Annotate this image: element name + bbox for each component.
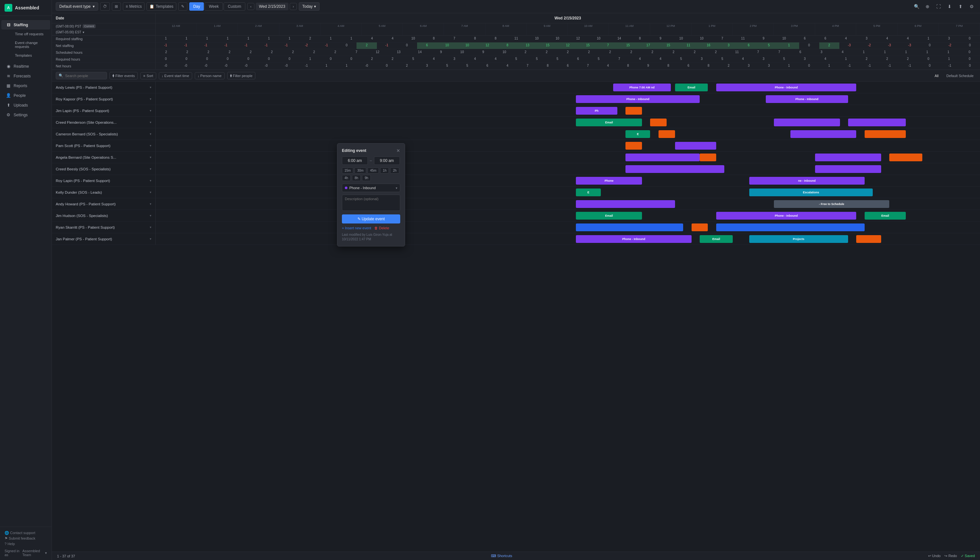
event-block[interactable]: Phone - Inbound: [716, 212, 856, 220]
duration-chip[interactable]: 4h: [342, 175, 351, 181]
event-block[interactable]: [848, 118, 906, 126]
sidebar-item-people[interactable]: 👤 People: [1, 91, 50, 100]
metrics-btn[interactable]: ≡ Metrics: [123, 2, 145, 11]
update-event-btn[interactable]: ✎ Update event: [342, 214, 400, 223]
sidebar-item-settings[interactable]: ⚙ Settings: [1, 110, 50, 120]
shortcuts-btn[interactable]: ⌨ Shortcuts: [491, 554, 513, 558]
sidebar-item-event-change[interactable]: Event change requests: [10, 38, 50, 51]
duration-chip[interactable]: 15m: [342, 167, 353, 173]
submit-feedback-link[interactable]: ⚑ Submit feedback: [5, 536, 47, 541]
sidebar-item-uploads[interactable]: ⬆ Uploads: [1, 100, 50, 110]
event-block[interactable]: ne - Inbound: [749, 177, 865, 185]
settings-icon-btn[interactable]: ⚙: [967, 2, 976, 11]
event-block[interactable]: E: [626, 130, 650, 138]
chevron-icon[interactable]: ▾: [150, 214, 151, 217]
event-type-dropdown[interactable]: Phone - Inbound ▾: [342, 183, 400, 192]
expand-icon-btn[interactable]: ⛶: [934, 2, 943, 11]
chevron-icon[interactable]: ▾: [150, 155, 151, 159]
sidebar-item-templates[interactable]: Templates: [10, 51, 50, 60]
undo-btn[interactable]: ↩ Undo: [928, 554, 940, 558]
event-block[interactable]: [626, 165, 724, 173]
event-block[interactable]: Projects: [749, 235, 848, 243]
event-block[interactable]: Email: [865, 212, 906, 220]
event-block[interactable]: Email: [576, 212, 642, 220]
end-time-input[interactable]: [374, 157, 400, 165]
tz-est-row[interactable]: (GMT-05:00) EST ▾: [52, 30, 155, 35]
chevron-icon[interactable]: ▾: [150, 202, 151, 206]
help-link[interactable]: ? Help: [5, 541, 47, 547]
event-block[interactable]: [658, 130, 675, 138]
event-block[interactable]: E: [576, 188, 601, 196]
event-block[interactable]: Phone - Inbound: [716, 83, 856, 91]
event-block[interactable]: Phone - Inbound: [576, 95, 700, 103]
next-date-btn[interactable]: ›: [290, 3, 297, 10]
event-block[interactable]: Email: [576, 118, 642, 126]
event-block[interactable]: [889, 153, 922, 161]
chevron-icon[interactable]: ▾: [150, 144, 151, 147]
contact-support-link[interactable]: 🌐 Contact support: [5, 530, 47, 536]
sidebar-item-time-off[interactable]: Time off requests: [10, 30, 50, 38]
sidebar-item-reports[interactable]: ▦ Reports: [1, 81, 50, 90]
duration-chip[interactable]: 45m: [367, 167, 379, 173]
search-input[interactable]: [65, 74, 104, 78]
event-start-btn[interactable]: ↓ Event start time: [159, 72, 192, 79]
chevron-icon[interactable]: ▾: [150, 190, 151, 194]
chevron-icon[interactable]: ▾: [150, 109, 151, 112]
filter-people-btn[interactable]: ⧫ Filter people: [227, 72, 256, 79]
event-block[interactable]: Phone 7:00 AM nd: [613, 83, 671, 91]
description-input[interactable]: [342, 195, 400, 211]
event-block[interactable]: [650, 118, 667, 126]
download-icon-btn[interactable]: ⬇: [945, 2, 954, 11]
person-name-btn[interactable]: ↓ Person name: [195, 72, 225, 79]
event-block[interactable]: [691, 223, 708, 231]
event-block[interactable]: [774, 118, 840, 126]
event-block[interactable]: [700, 153, 716, 161]
event-block[interactable]: [576, 223, 683, 231]
event-block[interactable]: Phone: [576, 177, 642, 185]
templates-btn[interactable]: 📋 Templates: [147, 2, 176, 11]
event-block[interactable]: - Free to Schedule: [774, 200, 889, 208]
chevron-icon[interactable]: ▾: [150, 85, 151, 89]
event-type-selector[interactable]: Default event type ▾: [56, 2, 98, 11]
insert-event-btn[interactable]: + Insert new event: [342, 226, 371, 230]
tab-all[interactable]: All: [932, 73, 941, 79]
zoom-icon-btn[interactable]: ⊕: [923, 2, 932, 11]
week-btn[interactable]: Week: [204, 2, 223, 11]
share-icon-btn[interactable]: ⬆: [956, 2, 965, 11]
popup-close-btn[interactable]: ✕: [396, 148, 400, 153]
today-btn[interactable]: Today ▾: [299, 2, 319, 11]
custom-btn[interactable]: Custom: [224, 2, 245, 11]
edit-icon-btn[interactable]: ✎: [178, 2, 187, 11]
event-block[interactable]: Ph: [576, 107, 617, 115]
account-switcher[interactable]: Assembled Team ▾: [22, 549, 47, 557]
event-block[interactable]: [675, 142, 716, 150]
event-block[interactable]: [856, 235, 881, 243]
event-block[interactable]: Phone - Inbound: [766, 95, 848, 103]
event-block[interactable]: Email: [700, 235, 733, 243]
event-block[interactable]: [626, 142, 642, 150]
filter-events-btn[interactable]: ⧫ Filter events: [110, 72, 138, 79]
event-block[interactable]: Escalations: [749, 188, 873, 196]
event-block[interactable]: Phone - Inbound: [576, 235, 691, 243]
sidebar-item-staffing[interactable]: ⊟ Staffing: [1, 20, 50, 30]
event-block[interactable]: Email: [675, 83, 708, 91]
event-block[interactable]: [790, 130, 856, 138]
event-block[interactable]: [576, 200, 675, 208]
sidebar-item-realtime[interactable]: ◉ Realtime: [1, 62, 50, 71]
event-block[interactable]: [626, 153, 700, 161]
search-icon-btn[interactable]: 🔍: [912, 2, 921, 11]
chevron-icon[interactable]: ▾: [150, 97, 151, 101]
event-block[interactable]: [865, 130, 906, 138]
event-block[interactable]: [815, 153, 881, 161]
duration-chip[interactable]: 9h: [362, 175, 371, 181]
chevron-icon[interactable]: ▾: [150, 179, 151, 182]
duration-chip[interactable]: 30m: [354, 167, 366, 173]
start-time-input[interactable]: [342, 157, 368, 165]
event-block[interactable]: [815, 165, 881, 173]
day-btn[interactable]: Day: [189, 2, 204, 11]
chevron-icon[interactable]: ▾: [150, 132, 151, 136]
duration-chip[interactable]: 1h: [380, 167, 389, 173]
tab-default-schedule[interactable]: Default Schedule: [944, 73, 976, 79]
delete-event-btn[interactable]: 🗑 Delete: [374, 226, 389, 230]
time-icon-btn[interactable]: ⏱: [100, 2, 110, 11]
